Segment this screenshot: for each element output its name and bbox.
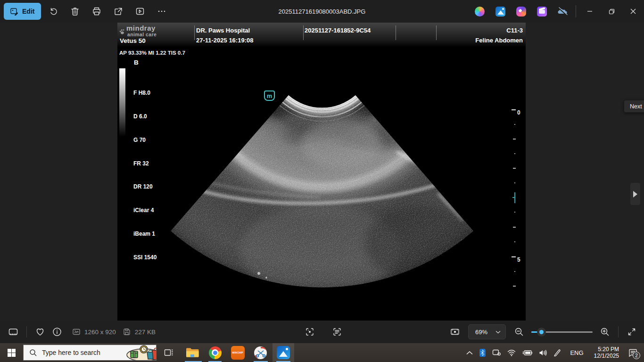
tray-battery[interactable] <box>519 343 536 362</box>
depth-tick <box>513 286 516 287</box>
header-divider <box>303 25 304 40</box>
taskbar-photos[interactable] <box>273 343 294 362</box>
wifi-icon <box>507 349 516 356</box>
onedrive-button[interactable] <box>552 0 573 23</box>
fit-to-window-icon <box>450 327 460 337</box>
file-size: 227 KB <box>135 329 156 336</box>
minchip-icon: MINCHIP <box>231 346 245 360</box>
bluetooth-icon <box>479 349 486 357</box>
more-options-button[interactable] <box>152 3 171 20</box>
ultrasound-fan-image <box>117 23 526 321</box>
designer-icon <box>516 7 526 16</box>
taskbar-minchip-app[interactable]: MINCHIP <box>227 343 248 362</box>
minimize-button[interactable] <box>579 0 601 23</box>
param-gain: G 70 <box>133 136 157 144</box>
photos-icon <box>495 7 505 16</box>
close-icon <box>630 8 636 14</box>
tray-meet-now[interactable] <box>489 343 504 362</box>
speaker-icon <box>539 349 547 356</box>
copilot-button[interactable] <box>469 0 490 23</box>
tray-volume[interactable] <box>536 343 550 362</box>
header-divider <box>396 25 396 40</box>
minimize-icon <box>587 8 593 14</box>
task-view-icon <box>164 348 173 357</box>
copilot-icon <box>475 7 485 16</box>
tray-show-hidden-icons[interactable] <box>463 343 476 362</box>
search-promo-illustration <box>119 345 156 361</box>
tray-network[interactable] <box>504 343 519 362</box>
windows-taskbar: Type here to search MINCHIP <box>0 343 644 362</box>
toolbar-divider <box>618 326 619 337</box>
param-ibeam: iBeam 1 <box>133 230 157 238</box>
heart-icon <box>35 327 45 337</box>
designer-button[interactable] <box>511 0 531 23</box>
next-tooltip: Next <box>624 100 644 113</box>
zoom-slider[interactable] <box>531 323 593 340</box>
taskbar-chrome[interactable] <box>205 343 225 362</box>
hospital-name: DR. Paws Hospital <box>196 27 250 34</box>
edit-button[interactable]: Edit <box>4 3 41 20</box>
extract-text-button[interactable] <box>329 323 346 340</box>
photos-ai-edit-button[interactable] <box>490 0 511 23</box>
notification-count-badge: 2 <box>633 352 640 359</box>
share-button[interactable] <box>109 3 128 20</box>
photo-viewer-canvas: mindray animal care Vetus 50 DR. Paws Ho… <box>0 23 644 321</box>
zoom-level-select[interactable]: 69% <box>468 324 506 339</box>
info-icon <box>52 327 62 337</box>
start-button[interactable] <box>0 343 23 362</box>
param-dynamic-range: DR 120 <box>133 183 157 191</box>
device-model: Vetus 50 <box>120 37 146 44</box>
filesize-icon <box>123 328 131 336</box>
depth-tick-0 <box>512 109 516 110</box>
printer-icon <box>92 7 101 16</box>
grayscale-bar <box>119 68 125 137</box>
orientation-marker: m <box>264 90 275 101</box>
print-button[interactable] <box>87 3 106 20</box>
tray-language[interactable]: ENG <box>564 343 589 362</box>
ellipsis-icon <box>157 7 166 16</box>
search-placeholder: Type here to search <box>42 349 119 356</box>
edit-image-icon <box>10 8 18 16</box>
param-ssi: SSI 1540 <box>133 254 157 262</box>
ultrasound-photo[interactable]: mindray animal care Vetus 50 DR. Paws Ho… <box>117 23 526 321</box>
favorite-button[interactable] <box>32 323 49 340</box>
taskbar-file-explorer[interactable] <box>182 343 203 362</box>
slideshow-button[interactable] <box>131 3 149 20</box>
next-image-button[interactable] <box>630 183 640 205</box>
focus-position-marker <box>514 192 515 203</box>
exam-id: 20251127-161852-9C54 <box>305 27 371 34</box>
restore-button[interactable] <box>601 0 622 23</box>
zoom-level-value: 69% <box>475 329 487 336</box>
image-dimensions-group: 1260 x 920 <box>72 328 116 336</box>
zoom-slider-thumb[interactable] <box>537 328 546 337</box>
titlebar-divider <box>576 5 576 17</box>
tray-clock[interactable]: 5:20 PM12/1/2025 <box>589 343 624 362</box>
taskbar-snipping-app[interactable] <box>250 343 271 362</box>
depth-tick <box>513 227 516 228</box>
trash-icon <box>70 7 80 16</box>
visual-search-button[interactable] <box>301 323 318 340</box>
photos-app-icon <box>277 346 290 359</box>
restore-icon <box>609 8 615 15</box>
tray-bluetooth[interactable] <box>476 343 489 362</box>
tray-notifications[interactable]: 2 <box>624 343 644 362</box>
delete-button[interactable] <box>66 3 84 20</box>
windows-logo-icon <box>8 349 16 357</box>
clipchamp-button[interactable] <box>531 0 552 23</box>
taskbar-search-input[interactable]: Type here to search <box>23 345 157 361</box>
file-explorer-icon <box>186 347 199 358</box>
zoom-in-button[interactable] <box>596 323 613 340</box>
language-label: ENG <box>570 349 583 356</box>
fullscreen-button[interactable] <box>623 323 640 340</box>
fit-to-window-button[interactable] <box>446 323 463 340</box>
task-view-button[interactable] <box>158 343 179 362</box>
file-info-button[interactable] <box>49 323 66 340</box>
filmstrip-icon <box>8 327 18 337</box>
rotate-button[interactable] <box>44 3 63 20</box>
close-button[interactable] <box>622 0 644 23</box>
tray-pen[interactable] <box>550 343 564 362</box>
zoom-out-button[interactable] <box>511 323 528 340</box>
param-frequency: F H8.0 <box>133 89 157 97</box>
filmstrip-button[interactable] <box>5 323 22 340</box>
zoom-in-icon <box>600 327 610 337</box>
